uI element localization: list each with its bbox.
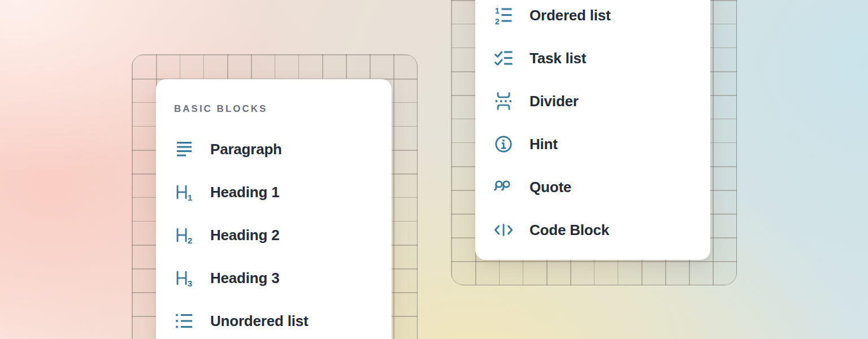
menu-item-paragraph[interactable]: Paragraph [174, 128, 378, 171]
menu-item-label: Hint [530, 136, 558, 153]
task-list-icon [493, 48, 514, 68]
menu-item-heading-2[interactable]: 2Heading 2 [174, 214, 378, 257]
blocks-menu-continued: 12Ordered listTask listDividerHintQuoteC… [475, 0, 710, 260]
menu-item-label: Ordered list [530, 7, 611, 24]
menu-item-ordered-list[interactable]: 12Ordered list [493, 0, 697, 37]
menu-item-unordered-list[interactable]: Unordered list [174, 299, 378, 339]
menu-item-label: Code Block [530, 221, 609, 239]
menu-item-task-list[interactable]: Task list [493, 37, 697, 80]
menu-item-hint[interactable]: Hint [493, 123, 697, 166]
menu-item-label: Divider [530, 93, 579, 110]
hero-background: BASIC BLOCKS Paragraph1Heading 12Heading… [0, 0, 868, 339]
svg-text:2: 2 [495, 17, 500, 25]
heading-1-icon: 1 [174, 182, 194, 202]
svg-text:2: 2 [188, 236, 192, 245]
menu-section-header: BASIC BLOCKS [174, 99, 378, 119]
svg-text:3: 3 [188, 279, 192, 288]
menu-item-heading-1[interactable]: 1Heading 1 [174, 171, 378, 214]
heading-2-icon: 2 [174, 225, 194, 245]
menu-item-label: Task list [530, 50, 586, 67]
menu-item-label: Quote [530, 179, 571, 196]
menu-item-label: Heading 3 [210, 270, 279, 287]
menu-item-label: Unordered list [210, 312, 308, 330]
menu-item-label: Heading 2 [210, 227, 279, 244]
heading-3-icon: 3 [174, 268, 194, 288]
quote-icon [493, 177, 514, 197]
menu-item-quote[interactable]: Quote [493, 166, 697, 208]
unordered-list-icon [174, 311, 194, 331]
menu-item-code-block[interactable]: Code Block [493, 208, 697, 251]
menu-item-label: Paragraph [210, 141, 282, 158]
code-block-icon [493, 220, 514, 240]
divider-icon [493, 91, 514, 111]
menu-item-label: Heading 1 [210, 184, 279, 201]
basic-blocks-menu: BASIC BLOCKS Paragraph1Heading 12Heading… [156, 79, 392, 339]
paragraph-icon [174, 139, 194, 159]
ordered-list-icon: 12 [493, 5, 514, 25]
menu-item-heading-3[interactable]: 3Heading 3 [174, 257, 378, 299]
svg-text:1: 1 [188, 193, 192, 202]
menu-item-divider[interactable]: Divider [493, 80, 697, 123]
svg-text:1: 1 [495, 6, 500, 15]
hint-icon [493, 134, 514, 154]
